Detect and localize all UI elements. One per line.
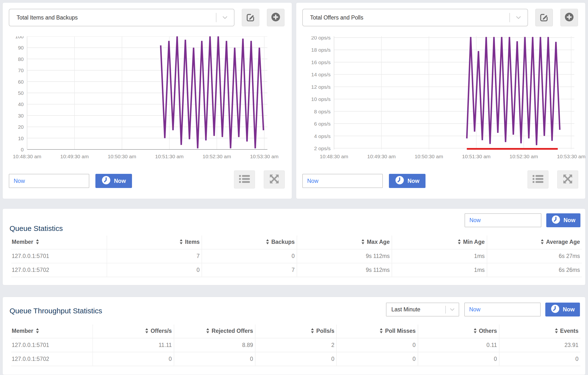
svg-text:20: 20 bbox=[18, 124, 24, 130]
add-icon bbox=[271, 12, 280, 23]
sort-icon bbox=[540, 239, 544, 246]
time-range-select-value: Last Minute bbox=[387, 306, 445, 313]
svg-text:10:49:30 am: 10:49:30 am bbox=[60, 154, 89, 159]
chevron-down-icon bbox=[450, 308, 454, 311]
column-header-label: Member bbox=[12, 328, 33, 334]
edit-chart-button[interactable] bbox=[535, 9, 553, 26]
add-chart-button[interactable] bbox=[560, 9, 578, 26]
queue-statistics-table: MemberItemsBackupsMax AgeMin AgeAverage … bbox=[11, 235, 582, 277]
table-row[interactable]: 127.0.0.1:570111.118.89200.1123.91 bbox=[11, 338, 580, 352]
metric-select[interactable]: Total Items and Backups bbox=[9, 9, 234, 26]
sort-icon bbox=[179, 239, 183, 246]
sort-icon bbox=[266, 239, 269, 246]
svg-text:10 ops/s: 10 ops/s bbox=[311, 96, 331, 102]
now-button-label: Now bbox=[114, 178, 126, 184]
sort-icon bbox=[36, 239, 39, 246]
column-header-polls-s[interactable]: Polls/s bbox=[255, 324, 336, 338]
value-cell: 2 bbox=[255, 338, 336, 352]
add-chart-button[interactable] bbox=[267, 9, 284, 26]
time-travel-input[interactable] bbox=[9, 174, 89, 188]
svg-text:16 ops/s: 16 ops/s bbox=[311, 60, 331, 65]
column-header-rejected-offers[interactable]: Rejected Offers bbox=[174, 324, 255, 338]
svg-text:10:52:30 am: 10:52:30 am bbox=[509, 154, 538, 159]
panel-total-items-and-backups: Total Items and Backups 10:48:30 am10:49… bbox=[2, 2, 292, 199]
sort-icon bbox=[473, 328, 477, 335]
svg-text:40: 40 bbox=[18, 101, 24, 107]
legend-button[interactable] bbox=[527, 171, 548, 188]
now-button-label: Now bbox=[408, 178, 420, 184]
panel-queue-statistics: Queue Statistics Now MemberItemsBackupsM… bbox=[2, 208, 586, 285]
column-header-offers-s[interactable]: Offers/s bbox=[93, 324, 174, 338]
value-cell: 9s 112ms bbox=[297, 263, 392, 277]
expand-button[interactable] bbox=[264, 171, 285, 188]
time-travel-input[interactable] bbox=[464, 303, 541, 316]
column-header-max-age[interactable]: Max Age bbox=[297, 235, 392, 249]
select-divider bbox=[216, 13, 216, 22]
table-row[interactable]: 127.0.0.1:5702079s 112ms1ms6s 26ms bbox=[11, 263, 582, 277]
column-header-others[interactable]: Others bbox=[418, 324, 499, 338]
metric-select[interactable]: Total Offers and Polls bbox=[302, 9, 528, 26]
time-travel-input[interactable] bbox=[302, 174, 383, 188]
svg-text:70: 70 bbox=[18, 68, 24, 73]
now-button[interactable]: Now bbox=[389, 174, 426, 188]
time-range-select[interactable]: Last Minute bbox=[386, 303, 459, 316]
column-header-label: Max Age bbox=[367, 239, 390, 245]
sort-icon bbox=[555, 328, 558, 335]
svg-text:10:52:30 am: 10:52:30 am bbox=[202, 154, 231, 159]
sort-icon bbox=[36, 328, 39, 335]
select-divider bbox=[445, 306, 446, 314]
now-button-label: Now bbox=[564, 217, 576, 223]
svg-text:0: 0 bbox=[21, 147, 24, 152]
svg-text:10:49:30 am: 10:49:30 am bbox=[367, 154, 396, 159]
value-cell: 0 bbox=[336, 338, 418, 352]
svg-text:10:53:30 am: 10:53:30 am bbox=[250, 154, 279, 159]
value-cell: 7 bbox=[202, 263, 297, 277]
now-button[interactable]: Now bbox=[545, 303, 580, 316]
sort-icon bbox=[145, 328, 148, 335]
value-cell: 0 bbox=[418, 352, 499, 366]
svg-text:14 ops/s: 14 ops/s bbox=[311, 72, 331, 77]
expand-icon bbox=[269, 174, 279, 185]
clock-icon bbox=[395, 176, 404, 186]
table-row[interactable]: 127.0.0.1:5701709s 112ms1ms6s 27ms bbox=[11, 249, 582, 263]
value-cell: 1ms bbox=[392, 249, 487, 263]
svg-text:8 ops/s: 8 ops/s bbox=[314, 109, 331, 114]
column-header-label: Events bbox=[560, 328, 578, 334]
value-cell: 9s 112ms bbox=[297, 249, 392, 263]
edit-chart-button[interactable] bbox=[242, 9, 259, 26]
svg-text:10:48:30 am: 10:48:30 am bbox=[13, 154, 42, 159]
value-cell: 8.89 bbox=[174, 338, 255, 352]
column-header-member[interactable]: Member bbox=[11, 324, 93, 338]
now-button[interactable]: Now bbox=[546, 213, 580, 227]
column-header-member[interactable]: Member bbox=[11, 235, 107, 249]
column-header-backups[interactable]: Backups bbox=[202, 235, 297, 249]
column-header-label: Average Age bbox=[546, 239, 580, 245]
column-header-average-age[interactable]: Average Age bbox=[487, 235, 582, 249]
legend-icon bbox=[533, 175, 543, 184]
expand-button[interactable] bbox=[557, 171, 578, 188]
clock-icon bbox=[551, 215, 560, 225]
column-header-min-age[interactable]: Min Age bbox=[392, 235, 487, 249]
sort-icon bbox=[206, 328, 210, 335]
column-header-events[interactable]: Events bbox=[499, 324, 580, 338]
metric-select-value: Total Offers and Polls bbox=[303, 14, 509, 21]
value-cell: 0 bbox=[107, 263, 202, 277]
legend-button[interactable] bbox=[234, 171, 255, 188]
column-header-items[interactable]: Items bbox=[107, 235, 202, 249]
value-cell: 0 bbox=[336, 352, 418, 366]
column-header-poll-misses[interactable]: Poll Misses bbox=[336, 324, 418, 338]
svg-text:4 ops/s: 4 ops/s bbox=[314, 133, 331, 139]
time-travel-input[interactable] bbox=[464, 213, 541, 227]
value-cell: 1ms bbox=[392, 263, 487, 277]
svg-text:18 ops/s: 18 ops/s bbox=[311, 47, 331, 53]
value-cell: 0 bbox=[255, 352, 336, 366]
sort-icon bbox=[361, 239, 365, 246]
now-button-label: Now bbox=[563, 306, 575, 313]
svg-text:10:53:30 am: 10:53:30 am bbox=[557, 154, 586, 159]
table-header-row: MemberOffers/sRejected OffersPolls/sPoll… bbox=[11, 324, 580, 338]
now-button[interactable]: Now bbox=[95, 174, 132, 188]
value-cell: 6s 27ms bbox=[487, 249, 582, 263]
svg-text:10: 10 bbox=[18, 136, 24, 141]
column-header-label: Rejected Offers bbox=[211, 328, 253, 334]
table-row[interactable]: 127.0.0.1:5702000000 bbox=[11, 352, 580, 366]
